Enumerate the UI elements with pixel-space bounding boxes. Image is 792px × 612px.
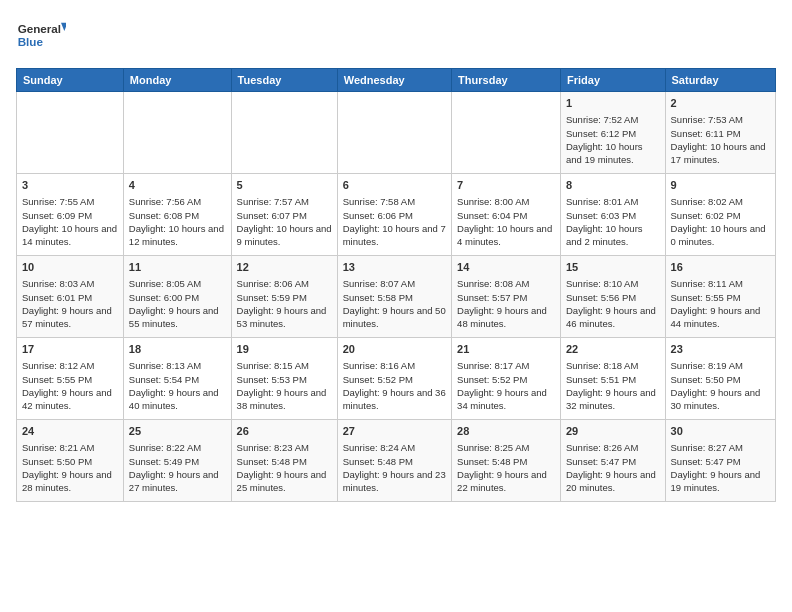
calendar-cell: 15Sunrise: 8:10 AMSunset: 5:56 PMDayligh… bbox=[560, 256, 665, 338]
day-info: Daylight: 9 hours and 23 minutes. bbox=[343, 468, 446, 495]
calendar-cell: 18Sunrise: 8:13 AMSunset: 5:54 PMDayligh… bbox=[123, 338, 231, 420]
calendar-week-row: 17Sunrise: 8:12 AMSunset: 5:55 PMDayligh… bbox=[17, 338, 776, 420]
calendar-cell: 13Sunrise: 8:07 AMSunset: 5:58 PMDayligh… bbox=[337, 256, 451, 338]
calendar-cell: 12Sunrise: 8:06 AMSunset: 5:59 PMDayligh… bbox=[231, 256, 337, 338]
calendar-cell: 1Sunrise: 7:52 AMSunset: 6:12 PMDaylight… bbox=[560, 92, 665, 174]
calendar-cell: 22Sunrise: 8:18 AMSunset: 5:51 PMDayligh… bbox=[560, 338, 665, 420]
day-info: Sunrise: 8:16 AM bbox=[343, 359, 446, 372]
day-info: Sunrise: 8:02 AM bbox=[671, 195, 770, 208]
day-info: Daylight: 9 hours and 22 minutes. bbox=[457, 468, 555, 495]
calendar-week-row: 10Sunrise: 8:03 AMSunset: 6:01 PMDayligh… bbox=[17, 256, 776, 338]
calendar-cell: 5Sunrise: 7:57 AMSunset: 6:07 PMDaylight… bbox=[231, 174, 337, 256]
day-info: Sunrise: 8:23 AM bbox=[237, 441, 332, 454]
day-info: Sunrise: 8:05 AM bbox=[129, 277, 226, 290]
calendar-cell: 7Sunrise: 8:00 AMSunset: 6:04 PMDaylight… bbox=[452, 174, 561, 256]
calendar-cell: 25Sunrise: 8:22 AMSunset: 5:49 PMDayligh… bbox=[123, 420, 231, 502]
day-number: 21 bbox=[457, 342, 555, 357]
calendar-cell: 8Sunrise: 8:01 AMSunset: 6:03 PMDaylight… bbox=[560, 174, 665, 256]
day-info: Daylight: 9 hours and 19 minutes. bbox=[671, 468, 770, 495]
calendar-cell: 21Sunrise: 8:17 AMSunset: 5:52 PMDayligh… bbox=[452, 338, 561, 420]
day-info: Sunrise: 8:03 AM bbox=[22, 277, 118, 290]
day-info: Sunset: 6:09 PM bbox=[22, 209, 118, 222]
day-info: Daylight: 9 hours and 27 minutes. bbox=[129, 468, 226, 495]
day-info: Daylight: 9 hours and 46 minutes. bbox=[566, 304, 660, 331]
day-info: Sunrise: 7:55 AM bbox=[22, 195, 118, 208]
calendar-cell: 3Sunrise: 7:55 AMSunset: 6:09 PMDaylight… bbox=[17, 174, 124, 256]
day-info: Sunrise: 7:56 AM bbox=[129, 195, 226, 208]
day-number: 20 bbox=[343, 342, 446, 357]
day-info: Sunrise: 7:58 AM bbox=[343, 195, 446, 208]
day-info: Daylight: 9 hours and 25 minutes. bbox=[237, 468, 332, 495]
day-info: Daylight: 9 hours and 34 minutes. bbox=[457, 386, 555, 413]
day-number: 12 bbox=[237, 260, 332, 275]
day-info: Daylight: 9 hours and 44 minutes. bbox=[671, 304, 770, 331]
calendar-cell: 2Sunrise: 7:53 AMSunset: 6:11 PMDaylight… bbox=[665, 92, 775, 174]
day-info: Sunrise: 7:57 AM bbox=[237, 195, 332, 208]
day-info: Sunset: 6:07 PM bbox=[237, 209, 332, 222]
calendar-cell: 29Sunrise: 8:26 AMSunset: 5:47 PMDayligh… bbox=[560, 420, 665, 502]
day-info: Sunset: 6:04 PM bbox=[457, 209, 555, 222]
day-number: 28 bbox=[457, 424, 555, 439]
day-info: Sunset: 5:48 PM bbox=[237, 455, 332, 468]
weekday-header-friday: Friday bbox=[560, 69, 665, 92]
day-info: Sunset: 5:56 PM bbox=[566, 291, 660, 304]
day-number: 9 bbox=[671, 178, 770, 193]
day-info: Sunrise: 8:08 AM bbox=[457, 277, 555, 290]
svg-text:Blue: Blue bbox=[18, 35, 44, 48]
day-info: Sunrise: 7:53 AM bbox=[671, 113, 770, 126]
calendar-cell bbox=[17, 92, 124, 174]
calendar-cell: 28Sunrise: 8:25 AMSunset: 5:48 PMDayligh… bbox=[452, 420, 561, 502]
day-info: Sunrise: 7:52 AM bbox=[566, 113, 660, 126]
calendar-cell: 30Sunrise: 8:27 AMSunset: 5:47 PMDayligh… bbox=[665, 420, 775, 502]
day-number: 1 bbox=[566, 96, 660, 111]
calendar-cell: 16Sunrise: 8:11 AMSunset: 5:55 PMDayligh… bbox=[665, 256, 775, 338]
weekday-header-row: SundayMondayTuesdayWednesdayThursdayFrid… bbox=[17, 69, 776, 92]
day-info: Sunset: 6:08 PM bbox=[129, 209, 226, 222]
day-number: 3 bbox=[22, 178, 118, 193]
calendar-week-row: 24Sunrise: 8:21 AMSunset: 5:50 PMDayligh… bbox=[17, 420, 776, 502]
weekday-header-saturday: Saturday bbox=[665, 69, 775, 92]
day-info: Daylight: 9 hours and 30 minutes. bbox=[671, 386, 770, 413]
day-info: Daylight: 9 hours and 38 minutes. bbox=[237, 386, 332, 413]
day-info: Sunset: 6:11 PM bbox=[671, 127, 770, 140]
calendar-cell: 14Sunrise: 8:08 AMSunset: 5:57 PMDayligh… bbox=[452, 256, 561, 338]
day-info: Daylight: 10 hours and 14 minutes. bbox=[22, 222, 118, 249]
day-info: Sunset: 5:54 PM bbox=[129, 373, 226, 386]
day-info: Daylight: 10 hours and 7 minutes. bbox=[343, 222, 446, 249]
day-info: Sunrise: 8:17 AM bbox=[457, 359, 555, 372]
svg-marker-2 bbox=[61, 23, 66, 31]
day-number: 14 bbox=[457, 260, 555, 275]
day-info: Daylight: 9 hours and 57 minutes. bbox=[22, 304, 118, 331]
day-number: 16 bbox=[671, 260, 770, 275]
day-info: Daylight: 9 hours and 20 minutes. bbox=[566, 468, 660, 495]
day-info: Sunrise: 8:19 AM bbox=[671, 359, 770, 372]
weekday-header-wednesday: Wednesday bbox=[337, 69, 451, 92]
day-info: Daylight: 9 hours and 42 minutes. bbox=[22, 386, 118, 413]
day-info: Sunset: 5:53 PM bbox=[237, 373, 332, 386]
calendar-cell bbox=[452, 92, 561, 174]
day-number: 18 bbox=[129, 342, 226, 357]
calendar-cell: 19Sunrise: 8:15 AMSunset: 5:53 PMDayligh… bbox=[231, 338, 337, 420]
day-info: Sunset: 5:47 PM bbox=[671, 455, 770, 468]
day-info: Daylight: 9 hours and 28 minutes. bbox=[22, 468, 118, 495]
day-info: Daylight: 10 hours and 4 minutes. bbox=[457, 222, 555, 249]
calendar-cell: 9Sunrise: 8:02 AMSunset: 6:02 PMDaylight… bbox=[665, 174, 775, 256]
day-number: 17 bbox=[22, 342, 118, 357]
calendar-week-row: 1Sunrise: 7:52 AMSunset: 6:12 PMDaylight… bbox=[17, 92, 776, 174]
page-header: General Blue bbox=[16, 16, 776, 56]
day-info: Sunrise: 8:25 AM bbox=[457, 441, 555, 454]
day-info: Daylight: 10 hours and 2 minutes. bbox=[566, 222, 660, 249]
day-info: Sunset: 6:02 PM bbox=[671, 209, 770, 222]
svg-text:General: General bbox=[18, 22, 61, 35]
day-info: Sunrise: 8:15 AM bbox=[237, 359, 332, 372]
day-info: Sunset: 5:48 PM bbox=[343, 455, 446, 468]
calendar-cell: 17Sunrise: 8:12 AMSunset: 5:55 PMDayligh… bbox=[17, 338, 124, 420]
day-number: 6 bbox=[343, 178, 446, 193]
day-info: Sunrise: 8:13 AM bbox=[129, 359, 226, 372]
calendar-cell: 11Sunrise: 8:05 AMSunset: 6:00 PMDayligh… bbox=[123, 256, 231, 338]
day-number: 7 bbox=[457, 178, 555, 193]
day-info: Sunrise: 8:26 AM bbox=[566, 441, 660, 454]
calendar-cell: 24Sunrise: 8:21 AMSunset: 5:50 PMDayligh… bbox=[17, 420, 124, 502]
day-number: 15 bbox=[566, 260, 660, 275]
day-info: Sunset: 5:57 PM bbox=[457, 291, 555, 304]
